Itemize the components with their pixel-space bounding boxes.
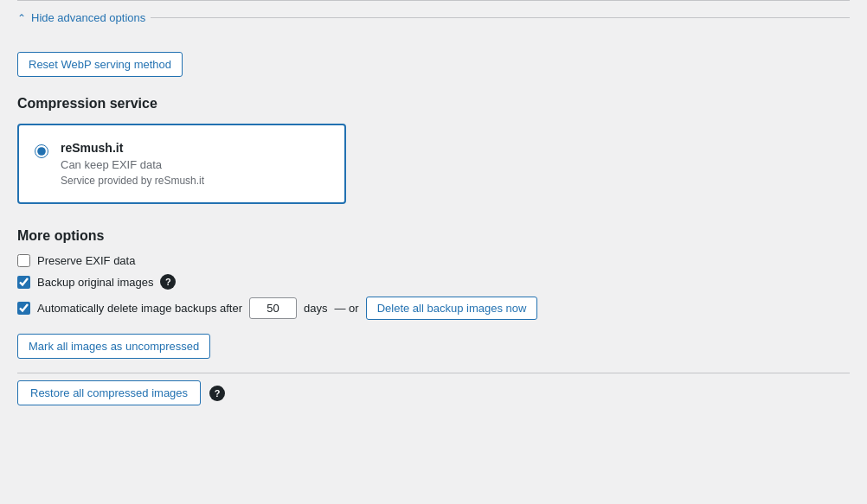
card-provider: Service provided by reSmush.it [61, 175, 204, 187]
preserve-exif-row: Preserve EXIF data [17, 254, 850, 267]
resmush-radio[interactable] [35, 144, 48, 158]
divider-line [151, 17, 850, 18]
compression-service-card: reSmush.it Can keep EXIF data Service pr… [17, 124, 346, 204]
backup-original-row: Backup original images ? [17, 274, 850, 290]
auto-delete-row: Automatically delete image backups after… [17, 297, 850, 320]
mark-uncompressed-button[interactable]: Mark all images as uncompressed [17, 334, 210, 359]
hide-advanced-link[interactable]: Hide advanced options [31, 11, 145, 24]
more-options-title: More options [17, 228, 850, 244]
auto-delete-checkbox[interactable] [17, 302, 30, 315]
days-unit-text: days [304, 302, 327, 315]
auto-delete-label: Automatically delete image backups after [37, 302, 242, 315]
card-name: reSmush.it [61, 141, 204, 155]
restore-button[interactable]: Restore all compressed images [17, 380, 201, 405]
preserve-exif-label: Preserve EXIF data [37, 254, 135, 267]
backup-original-label: Backup original images [37, 276, 153, 289]
restore-row: Restore all compressed images ? [17, 373, 850, 405]
compression-service-title: Compression service [17, 96, 850, 112]
chevron-up-icon: ⌃ [17, 12, 26, 24]
card-content: reSmush.it Can keep EXIF data Service pr… [61, 141, 204, 187]
backup-original-help-icon[interactable]: ? [160, 274, 176, 290]
preserve-exif-checkbox[interactable] [17, 254, 30, 267]
card-subtitle: Can keep EXIF data [61, 158, 204, 171]
days-input[interactable] [249, 297, 297, 319]
reset-webp-button[interactable]: Reset WebP serving method [17, 52, 183, 77]
or-text: — or [334, 302, 358, 315]
options-list: Preserve EXIF data Backup original image… [17, 254, 850, 320]
hide-advanced-section: ⌃ Hide advanced options [17, 0, 850, 35]
delete-backup-button[interactable]: Delete all backup images now [366, 297, 538, 320]
restore-help-icon[interactable]: ? [209, 386, 225, 401]
backup-original-checkbox[interactable] [17, 276, 30, 289]
